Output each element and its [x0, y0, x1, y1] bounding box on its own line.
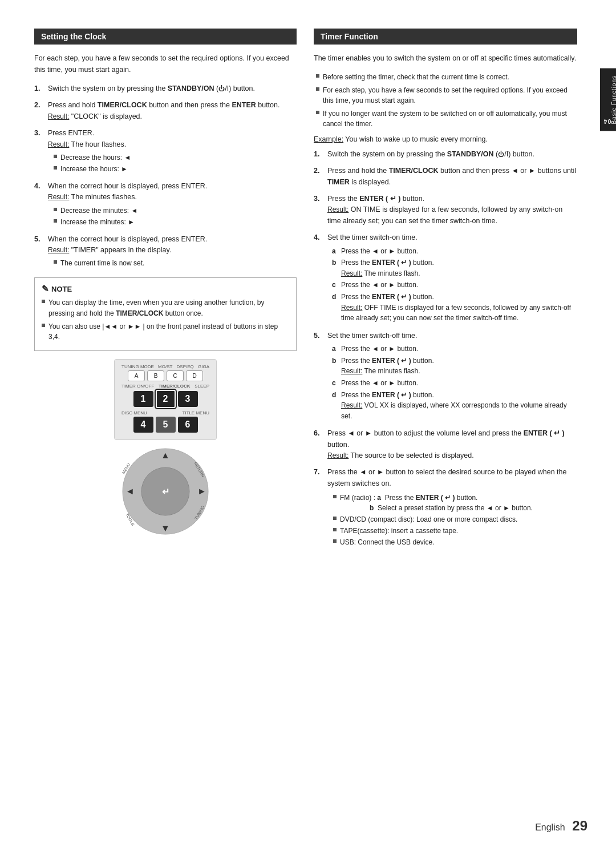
bullet-4b — [54, 219, 57, 223]
right-step-4: 4. Set the timer switch-on time. aPress … — [314, 232, 577, 325]
svg-text:▼: ▼ — [161, 523, 170, 533]
step-content-4: When the correct hour is displayed, pres… — [48, 181, 297, 228]
rresult-text-6: The source to be selected is displayed. — [348, 451, 473, 459]
nav-pad-svg: ↵ ▲ ▼ ◄ ► MENU RETURN TOOLS TUNING — [120, 446, 211, 537]
substep-r4c: cPress the ◄ or ► button. — [332, 280, 577, 291]
btn-a: A — [128, 370, 145, 381]
timer-clock-bold: TIMER/CLOCK — [98, 101, 147, 109]
note-section: ✎ NOTE You can display the time, even wh… — [34, 277, 297, 350]
rbullet-1 — [316, 74, 319, 78]
nav-pad-wrapper: ↵ ▲ ▼ ◄ ► MENU RETURN TOOLS TUNING — [120, 446, 211, 537]
sidebar-number: 04 — [603, 118, 611, 124]
step-content-1: Switch the system on by pressing the STA… — [48, 83, 297, 94]
remote-panel-top: TUNING MODEMO/STDSP/EQGIGA A B C D TIMER… — [114, 359, 217, 440]
rstep-number-7: 7. — [314, 467, 325, 548]
svg-text:◄: ◄ — [125, 486, 135, 496]
substep-r7-fm: FM (radio) : a Press the ENTER ( ↵ ) but… — [333, 493, 577, 513]
substep-r5d: dPress the ENTER ( ↵ ) button.Result: VO… — [332, 390, 577, 422]
right-column: Timer Function The timer enables you to … — [314, 29, 577, 828]
remote-label-row-1: TUNING MODEMO/STDSP/EQGIGA — [121, 364, 209, 369]
substep-list-r5: aPress the ◄ or ► button. bPress the ENT… — [327, 344, 577, 421]
note-text-1: You can display the time, even when you … — [48, 297, 289, 318]
rbullet-r7b — [333, 517, 337, 520]
footer-page-number: 29 — [572, 818, 587, 833]
note-bullet-2 — [42, 324, 45, 327]
step-number-5: 5. — [34, 234, 46, 270]
left-step-5: 5. When the correct hour is displayed, p… — [34, 234, 297, 270]
substep-r7-dvd: DVD/CD (compact disc): Load one or more … — [333, 514, 577, 525]
rtimer-clock-bold: TIMER/CLOCK — [389, 167, 439, 175]
result-label-2: Result: — [48, 112, 69, 120]
svg-text:↵: ↵ — [162, 487, 169, 497]
btn-1: 1 — [133, 391, 153, 407]
standby-bold-1: STANDBY/ON — [168, 84, 214, 92]
substep-list-4: Decrease the minutes: ◄ Increase the min… — [48, 205, 297, 227]
substep-list-r7: FM (radio) : a Press the ENTER ( ↵ ) but… — [327, 493, 577, 547]
result-label-4: Result: — [48, 193, 69, 201]
enter-bold-2: ENTER — [232, 101, 256, 109]
right-step-7: 7. Press the ◄ or ► button to select the… — [314, 467, 577, 548]
rstep-number-2: 2. — [314, 166, 325, 188]
remote-row-abcd: A B C D — [121, 370, 209, 381]
right-step-2: 2. Press and hold the TIMER/CLOCK button… — [314, 166, 577, 188]
result-label-5: Result: — [48, 246, 69, 254]
rtimer-bold: TIMER — [327, 178, 350, 186]
renter-bold-6: ENTER ( ↵ ) — [524, 429, 565, 437]
substep-list-3: Decrease the hours: ◄ Increase the hours… — [48, 152, 297, 174]
right-header-text: Timer Function — [321, 32, 378, 41]
note-icon: ✎ — [42, 284, 49, 294]
rstep-content-4: Set the timer switch-on time. aPress the… — [327, 232, 577, 325]
step-number-2: 2. — [34, 100, 46, 122]
footer-lang-text: English — [535, 822, 565, 832]
result-text-2: "CLOCK" is displayed. — [69, 112, 142, 120]
substep-r5b: bPress the ENTER ( ↵ ) button.Result: Th… — [332, 356, 577, 377]
rbullet-r7c — [333, 528, 337, 531]
rbullet-r7a — [333, 495, 337, 498]
remote-image-container: TUNING MODEMO/STDSP/EQGIGA A B C D TIMER… — [34, 359, 297, 537]
result-label-3: Result: — [48, 140, 69, 148]
right-step-3: 3. Press the ENTER ( ↵ ) button. Result:… — [314, 193, 577, 227]
remote-row-456: 4 5 6 — [121, 417, 209, 433]
remote-row-123: 1 2 3 — [121, 390, 209, 408]
right-step-6: 6. Press ◄ or ► button to adjust the vol… — [314, 428, 577, 461]
step-number-4: 4. — [34, 181, 46, 228]
note-item-1: You can display the time, even when you … — [42, 297, 289, 318]
rstandby-bold: STANDBY/ON — [447, 150, 494, 158]
right-section-header: Timer Function — [314, 29, 577, 45]
bullet-3b — [54, 166, 57, 170]
bullet-3a — [54, 155, 57, 158]
sidebar-label: Basic Functions — [611, 75, 616, 124]
note-title-text: NOTE — [51, 285, 72, 293]
left-section-header: Setting the Clock — [34, 29, 297, 45]
substep-5a: The current time is now set. — [54, 258, 297, 268]
right-step-1: 1. Switch the system on by pressing the … — [314, 149, 577, 160]
step-content-2: Press and hold TIMER/CLOCK button and th… — [48, 100, 297, 122]
substep-r7-usb: USB: Connect the USB device. — [333, 537, 577, 547]
right-bullet-2: For each step, you have a few seconds to… — [314, 85, 577, 106]
left-column: Setting the Clock For each step, you hav… — [34, 29, 297, 828]
step-number-1: 1. — [34, 83, 46, 94]
svg-text:▲: ▲ — [161, 450, 170, 460]
substep-r7-tape: TAPE(cassette): insert a cassette tape. — [333, 526, 577, 536]
left-step-2: 2. Press and hold TIMER/CLOCK button and… — [34, 100, 297, 122]
result-text-4: The minutes flashes. — [69, 193, 137, 201]
left-header-text: Setting the Clock — [41, 32, 106, 41]
remote-label-row-2: TIMER ON/OFFTIMER/CLOCKSLEEP — [121, 384, 209, 389]
left-intro: For each step, you have a few seconds to… — [34, 53, 297, 75]
rstep-content-6: Press ◄ or ► button to adjust the volume… — [327, 428, 577, 461]
bullet-5a — [54, 260, 57, 264]
rbullet-r7d — [333, 539, 337, 543]
btn-5: 5 — [156, 417, 176, 433]
rbullet-2 — [316, 87, 319, 91]
rresult-label-6: Result: — [327, 451, 348, 459]
left-steps-list: 1. Switch the system on by pressing the … — [34, 83, 297, 269]
rstep-content-1: Switch the system on by pressing the STA… — [327, 149, 577, 160]
svg-text:►: ► — [197, 486, 206, 496]
bullet-4a — [54, 208, 57, 211]
rstep-number-3: 3. — [314, 193, 325, 227]
rstep-content-5: Set the timer switch-off time. aPress th… — [327, 330, 577, 423]
right-bullet-3: If you no longer want the system to be s… — [314, 108, 577, 130]
rstep-content-7: Press the ◄ or ► button to select the de… — [327, 467, 577, 548]
rstep-number-6: 6. — [314, 428, 325, 461]
btn-6: 6 — [178, 417, 198, 433]
